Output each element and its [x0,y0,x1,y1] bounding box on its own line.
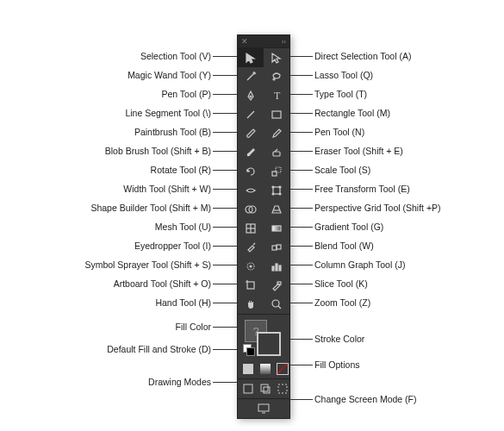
slice-tool[interactable] [264,276,289,295]
draw-behind-button[interactable] [257,381,274,397]
close-icon[interactable]: ✕ [241,38,248,46]
label-eyedropper: Eyedropper Tool (I) [134,240,211,251]
hand-tool[interactable] [238,295,264,314]
label-lasso: Lasso Tool (Q) [314,70,373,80]
label-selection: Selection Tool (V) [140,51,211,61]
eyedropper-tool[interactable] [238,238,264,257]
label-mesh: Mesh Tool (U) [155,222,211,232]
type-tool[interactable]: T [264,86,289,105]
paintbrush-tool[interactable] [238,124,264,143]
artboard-tool[interactable] [238,276,264,295]
stroke-swatch[interactable] [257,332,281,356]
svg-rect-33 [247,282,254,289]
gradient-tool[interactable] [264,219,289,238]
svg-rect-43 [258,404,269,411]
free-transform-tool[interactable] [264,181,289,200]
blob-brush-tool[interactable] [238,143,264,162]
label-zoom: Zoom Tool (Z) [314,297,370,308]
label-symbol-sprayer: Symbol Sprayer Tool (Shift + S) [84,259,211,270]
blend-tool[interactable] [264,238,289,257]
pen-right-tool[interactable] [264,124,289,143]
line-segment-tool[interactable] [238,105,264,124]
direct-selection-tool[interactable] [264,48,289,67]
svg-point-15 [279,186,281,188]
label-gradient: Gradient Tool (G) [314,222,383,232]
svg-rect-24 [272,226,281,231]
svg-rect-27 [277,245,281,249]
svg-rect-9 [273,152,280,156]
label-pen: Pen Tool (P) [161,89,211,99]
svg-rect-40 [261,384,268,391]
label-drawing-modes: Drawing Modes [148,377,211,387]
label-free-transform: Free Transform Tool (E) [314,184,410,194]
fill-solid-button[interactable] [240,361,257,377]
draw-inside-button[interactable] [274,381,291,397]
svg-point-37 [272,300,279,307]
label-eraser: Eraser Tool (Shift + E) [314,146,403,156]
screen-mode-button[interactable] [238,399,289,418]
label-paintbrush: Paintbrush Tool (B) [134,127,211,137]
svg-point-29 [250,265,252,267]
rectangle-tool[interactable] [264,105,289,124]
svg-rect-13 [273,187,280,194]
svg-line-38 [278,306,281,309]
label-blend: Blend Tool (W) [314,240,374,251]
eraser-tool[interactable] [264,143,289,162]
draw-normal-button[interactable] [240,381,257,397]
fill-none-button[interactable] [274,361,291,377]
pen-tool[interactable] [238,86,264,105]
label-rectangle: Rectangle Tool (M) [314,108,390,118]
svg-rect-32 [279,265,281,271]
label-fill-color: Fill Color [176,322,211,332]
label-direct-selection: Direct Selection Tool (A) [314,51,411,61]
fill-gradient-button[interactable] [257,361,274,377]
label-rotate: Rotate Tool (R) [151,165,211,175]
label-blob-brush: Blob Brush Tool (Shift + B) [105,146,211,156]
column-graph-tool[interactable] [264,257,289,276]
color-section: ? [238,315,289,359]
lasso-tool[interactable] [264,67,289,86]
panel-header: ✕ ›› [238,35,289,48]
svg-point-14 [272,186,274,188]
shape-builder-tool[interactable] [238,200,264,219]
magic-wand-tool[interactable] [238,67,264,86]
svg-point-5 [250,96,252,97]
label-slice: Slice Tool (K) [314,278,368,289]
svg-rect-26 [272,246,277,250]
zoom-tool[interactable] [264,295,289,314]
label-screen-mode: Change Screen Mode (F) [314,394,416,404]
svg-rect-42 [278,384,287,393]
label-shape-builder: Shape Builder Tool (Shift + M) [90,203,211,213]
selection-tool[interactable] [238,48,264,67]
svg-rect-41 [264,387,270,393]
svg-rect-8 [272,111,281,118]
tool-grid: T [238,48,289,314]
mesh-tool[interactable] [238,219,264,238]
panel-menu-icon[interactable]: ›› [282,38,286,46]
scale-tool[interactable] [264,162,289,181]
rotate-tool[interactable] [238,162,264,181]
svg-point-4 [273,78,275,80]
svg-text:T: T [274,90,281,102]
label-perspective-grid: Perspective Grid Tool (Shift +P) [314,203,441,213]
svg-line-7 [247,111,254,118]
label-default-fill-stroke: Default Fill and Stroke (D) [107,344,211,354]
label-artboard: Artboard Tool (Shift + O) [114,278,211,289]
label-hand: Hand Tool (H) [155,297,211,308]
symbol-sprayer-tool[interactable] [238,257,264,276]
fill-options [238,359,289,378]
label-magic-wand: Magic Wand Tool (Y) [128,70,211,80]
perspective-grid-tool[interactable] [264,200,289,219]
width-tool[interactable] [238,181,264,200]
svg-point-16 [272,193,274,195]
svg-line-0 [247,74,253,80]
svg-point-1 [253,72,255,74]
svg-rect-39 [244,384,252,393]
label-scale: Scale Tool (S) [314,165,370,175]
label-type: Type Tool (T) [314,89,367,99]
label-line-segment: Line Segment Tool (\) [125,108,211,118]
label-width: Width Tool (Shift + W) [123,184,211,194]
label-pen-right: Pen Tool (N) [314,127,364,137]
label-column-graph: Column Graph Tool (J) [314,259,405,270]
default-fill-stroke[interactable] [243,344,252,353]
